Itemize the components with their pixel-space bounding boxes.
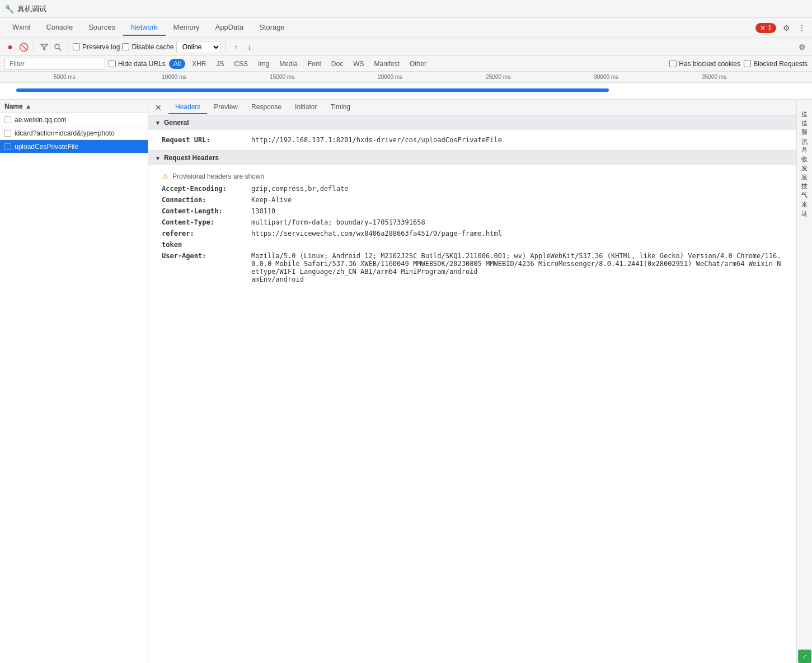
tab-preview[interactable]: Preview: [207, 101, 245, 114]
timeline-mark-4: 20000 ms: [377, 72, 402, 80]
search-button[interactable]: [52, 41, 63, 53]
request-item[interactable]: ae.weixin.qq.com: [0, 113, 148, 127]
separator-3: [226, 41, 226, 53]
svg-line-1: [59, 48, 61, 50]
disable-cache-input[interactable]: [122, 43, 129, 50]
tab-initiator[interactable]: Initiator: [288, 101, 323, 114]
detail-content: ▼ General Request URL: http://192.168.13…: [148, 115, 796, 663]
sidebar-item-5[interactable]: 月: [799, 140, 810, 144]
sidebar-item-9[interactable]: 技: [799, 176, 810, 180]
content-type-value: multipart/form-data; boundary=1705173391…: [251, 218, 425, 226]
disable-cache-checkbox[interactable]: Disable cache: [122, 43, 173, 51]
sidebar-item-10[interactable]: 气: [799, 185, 810, 189]
warning-row: ⚠ Provisional headers are shown: [162, 170, 783, 183]
sidebar-item-4[interactable]: 流: [799, 131, 810, 136]
preserve-log-checkbox[interactable]: Preserve log: [73, 43, 120, 51]
sidebar-item-12[interactable]: 这: [799, 203, 810, 207]
connection-label: Connection:: [162, 196, 251, 204]
filter-manifest-button[interactable]: Manifest: [371, 59, 403, 69]
sidebar-item-8[interactable]: 发: [799, 167, 810, 171]
throttle-dropdown[interactable]: Online Offline Slow 3G Fast 3G: [176, 41, 221, 53]
blocked-cookies-checkbox[interactable]: Has blocked cookies: [669, 60, 740, 68]
tab-timing[interactable]: Timing: [323, 101, 357, 114]
preserve-log-input[interactable]: [73, 43, 80, 50]
connection-row: Connection: Keep-Alive: [162, 194, 783, 206]
filter-font-button[interactable]: Font: [304, 59, 325, 69]
request-name-1: ae.weixin.qq.com: [15, 116, 67, 124]
hide-data-urls-input[interactable]: [109, 60, 116, 67]
sidebar-item-1[interactable]: 送: [799, 104, 810, 109]
request-url-row: Request URL: http://192.168.137.1:8201/h…: [162, 134, 783, 146]
app-icon: 🔧: [4, 4, 14, 13]
detail-panel: ✕ Headers Preview Response Initiator Tim…: [148, 100, 796, 663]
svg-point-0: [55, 44, 59, 49]
referer-label: referer:: [162, 230, 251, 237]
tab-console[interactable]: Console: [39, 20, 81, 36]
request-item-active[interactable]: uploadCosPrivateFile: [0, 140, 148, 153]
blocked-requests-checkbox[interactable]: Blocked Requests: [744, 60, 808, 68]
more-button[interactable]: ⋮: [796, 22, 808, 34]
request-item[interactable]: idcard?action=idcard&type=photo: [0, 127, 148, 140]
req-headers-arrow: ▼: [155, 155, 161, 161]
filter-input[interactable]: [4, 58, 105, 70]
request-list-header: Name ▲: [0, 100, 148, 113]
preserve-log-label: Preserve log: [82, 43, 120, 51]
filter-xhr-button[interactable]: XHR: [189, 59, 209, 69]
timeline-mark-3: 15000 ms: [269, 72, 294, 80]
tab-wxml[interactable]: Wxml: [4, 20, 39, 36]
general-section-body: Request URL: http://192.168.137.1:8201/h…: [148, 130, 796, 150]
hide-data-urls-checkbox[interactable]: Hide data URLs: [109, 60, 166, 68]
sidebar-item-7[interactable]: 发: [799, 158, 810, 162]
network-settings-button[interactable]: ⚙: [796, 41, 808, 53]
user-agent-row: User-Agent: Mozilla/5.0 (Linux; Android …: [162, 250, 783, 285]
detail-close-button[interactable]: ✕: [153, 102, 164, 113]
referer-row: referer: https://servicewechat.com/wx840…: [162, 228, 783, 239]
sidebar-item-6[interactable]: 收: [799, 149, 810, 153]
timeline-ruler: 5000 ms 10000 ms 15000 ms 20000 ms 25000…: [0, 72, 812, 83]
user-agent-label: User-Agent:: [162, 252, 251, 283]
sidebar-item-11[interactable]: 米: [799, 194, 810, 198]
sidebar-item-2[interactable]: 送: [799, 113, 810, 118]
record-stop-button[interactable]: ●: [4, 41, 16, 53]
tab-storage[interactable]: Storage: [251, 20, 293, 36]
tab-network[interactable]: Network: [123, 20, 166, 36]
download-har-button[interactable]: ↓: [244, 41, 255, 53]
blocked-cookies-input[interactable]: [669, 60, 677, 67]
item-checkbox-3: [4, 143, 11, 150]
content-length-row: Content-Length: 130110: [162, 206, 783, 217]
filter-media-button[interactable]: Media: [276, 59, 301, 69]
filter-doc-button[interactable]: Doc: [328, 59, 346, 69]
blocked-requests-input[interactable]: [744, 60, 751, 67]
filter-img-button[interactable]: Img: [255, 59, 273, 69]
filter-js-button[interactable]: JS: [213, 59, 227, 69]
title-bar: 🔧 真机调试: [0, 0, 812, 18]
separator-2: [68, 41, 68, 53]
filter-ws-button[interactable]: WS: [350, 59, 367, 69]
general-section-header[interactable]: ▼ General: [148, 115, 796, 130]
upload-har-button[interactable]: ↑: [231, 41, 242, 53]
content-type-row: Content-Type: multipart/form-data; bound…: [162, 217, 783, 228]
tab-memory[interactable]: Memory: [166, 20, 208, 36]
filter-all-button[interactable]: All: [169, 59, 185, 69]
tab-sources[interactable]: Sources: [81, 20, 123, 36]
sidebar-item-3[interactable]: 服: [799, 122, 810, 127]
filter-css-button[interactable]: CSS: [231, 59, 251, 69]
throttle-select[interactable]: Online Offline Slow 3G Fast 3G: [176, 41, 221, 53]
filter-button[interactable]: [39, 41, 50, 53]
tab-appdata[interactable]: AppData: [208, 20, 252, 36]
tab-headers[interactable]: Headers: [168, 101, 207, 114]
tab-response[interactable]: Response: [245, 101, 288, 114]
block-button[interactable]: 🚫: [18, 41, 29, 53]
content-length-label: Content-Length:: [162, 207, 251, 215]
toolbar: ● 🚫 Preserve log Disable cache Online Of…: [0, 38, 812, 56]
request-name-2: idcard?action=idcard&type=photo: [15, 129, 115, 137]
req-headers-section-header[interactable]: ▼ Request Headers: [148, 151, 796, 165]
sidebar-green-button[interactable]: ✓: [798, 650, 811, 663]
name-column-label: Name: [4, 102, 23, 110]
right-sidebar: 送 送 服 流 月 收 发 发 技 气 米 这 ✓: [796, 100, 812, 663]
filter-other-button[interactable]: Other: [406, 59, 430, 69]
error-icon: ✕: [760, 24, 766, 32]
warning-text: Provisional headers are shown: [172, 172, 264, 180]
req-headers-label: Request Headers: [164, 154, 219, 162]
settings-button[interactable]: ⚙: [781, 22, 792, 34]
